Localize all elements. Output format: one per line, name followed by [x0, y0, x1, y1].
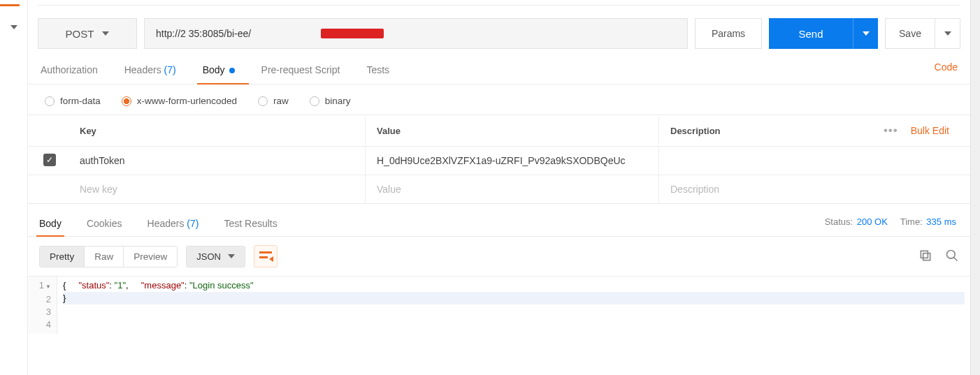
response-tab-cookies[interactable]: Cookies	[87, 218, 122, 236]
kv-desc-cell[interactable]	[659, 147, 970, 175]
save-dropdown[interactable]	[935, 18, 960, 49]
kv-row: ✓ authToken H_0dH9Uce2BXlVZFX1a9-uZRFI_P…	[28, 147, 970, 175]
view-raw-button[interactable]: Raw	[85, 247, 124, 267]
view-pretty-button[interactable]: Pretty	[40, 247, 85, 267]
params-button[interactable]: Params	[695, 18, 762, 49]
tab-authorization[interactable]: Authorization	[39, 60, 99, 84]
active-tab-indicator	[0, 4, 20, 6]
save-button[interactable]: Save	[885, 18, 935, 49]
url-input[interactable]: http://2 35:8085/bi-ee/	[144, 18, 688, 49]
col-head-value: Value	[366, 117, 659, 145]
code-content[interactable]: { "status": "1", "message": "Login succe…	[57, 277, 970, 334]
tab-tests[interactable]: Tests	[365, 60, 391, 84]
svg-line-3	[954, 257, 958, 260]
response-tab-testresults[interactable]: Test Results	[224, 218, 277, 236]
svg-rect-1	[921, 251, 928, 258]
response-tabs: Body Cookies Headers (7) Test Results St…	[28, 208, 970, 237]
kv-new-desc-input[interactable]: Description	[659, 175, 970, 203]
tab-strip	[38, 0, 960, 6]
kv-new-value-input[interactable]: Value	[366, 175, 659, 203]
radio-binary[interactable]: binary	[310, 96, 351, 106]
kv-row-new: New key Value Description	[28, 175, 970, 204]
modified-dot-icon	[229, 68, 235, 73]
view-preview-button[interactable]: Preview	[124, 247, 177, 267]
view-mode-group: Pretty Raw Preview	[39, 246, 178, 267]
chevron-down-icon	[863, 31, 870, 36]
line-gutter: 1▼234	[28, 277, 57, 334]
search-icon[interactable]	[945, 249, 959, 265]
kv-value-cell[interactable]: H_0dH9Uce2BXlVZFX1a9-uZRFI_Pv92a9kSXODBQ…	[366, 147, 659, 175]
wrap-lines-button[interactable]	[254, 245, 278, 267]
chevron-down-icon	[944, 31, 951, 36]
kv-key-cell[interactable]: authToken	[69, 147, 366, 175]
more-icon[interactable]: •••	[884, 124, 898, 138]
response-meta: Status: 200 OK Time: 335 ms	[825, 216, 956, 227]
kv-header-row: Key Value Description ••• Bulk Edit	[28, 115, 970, 147]
http-method-label: POST	[66, 28, 94, 40]
request-bar: POST http://2 35:8085/bi-ee/ Params Send…	[28, 11, 970, 57]
tab-headers[interactable]: Headers (7)	[123, 60, 178, 84]
col-head-desc: Description	[670, 126, 721, 136]
svg-rect-0	[923, 253, 930, 260]
radio-raw[interactable]: raw	[258, 96, 289, 106]
radio-icon	[45, 96, 55, 106]
radio-icon	[310, 96, 319, 106]
http-method-dropdown[interactable]: POST	[38, 18, 137, 49]
status-value: 200 OK	[857, 216, 888, 227]
chevron-down-icon	[102, 31, 109, 36]
redaction-bar	[321, 29, 384, 38]
body-type-radios: form-data x-www-form-urlencoded raw bina…	[28, 84, 970, 115]
format-dropdown[interactable]: JSON	[186, 246, 245, 267]
send-button[interactable]: Send	[769, 18, 853, 49]
response-tab-headers[interactable]: Headers (7)	[147, 218, 199, 236]
radio-icon	[122, 96, 131, 106]
response-tab-body[interactable]: Body	[39, 218, 62, 236]
radio-form-data[interactable]: form-data	[45, 96, 101, 106]
wrap-icon	[259, 251, 272, 261]
col-head-key: Key	[69, 117, 366, 145]
time-value: 335 ms	[926, 216, 956, 227]
chevron-down-icon[interactable]	[10, 25, 17, 29]
response-toolbar: Pretty Raw Preview JSON	[28, 237, 970, 276]
tab-prerequest[interactable]: Pre-request Script	[260, 60, 342, 84]
scrollbar[interactable]	[970, 0, 980, 375]
response-body: 1▼234 { "status": "1", "message": "Login…	[28, 276, 970, 334]
radio-urlencoded[interactable]: x-www-form-urlencoded	[122, 96, 237, 106]
checkbox-checked-icon[interactable]: ✓	[43, 154, 56, 166]
kv-new-key-input[interactable]: New key	[69, 175, 366, 203]
url-text: http://2 35:8085/bi-ee/	[156, 28, 251, 39]
tab-body[interactable]: Body	[201, 60, 236, 84]
request-tabs: Authorization Headers (7) Body Pre-reque…	[28, 57, 970, 84]
left-sidebar	[0, 0, 28, 375]
chevron-down-icon	[228, 254, 235, 258]
svg-point-2	[947, 250, 956, 258]
radio-icon	[258, 96, 268, 106]
bulk-edit-link[interactable]: Bulk Edit	[911, 125, 949, 136]
code-link[interactable]: Code	[935, 61, 958, 73]
send-dropdown[interactable]	[853, 18, 878, 49]
copy-icon[interactable]	[918, 249, 932, 265]
